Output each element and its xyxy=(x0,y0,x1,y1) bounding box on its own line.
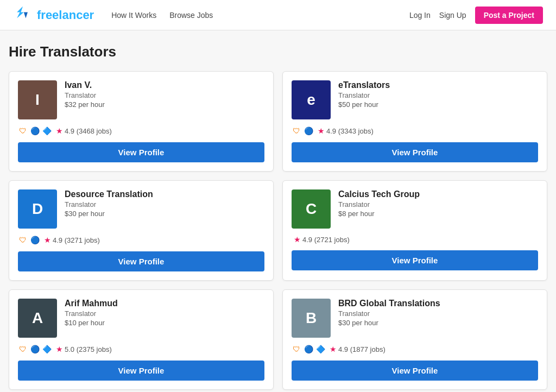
header-right: Log In Sign Up Post a Project xyxy=(409,7,543,24)
card-info: Desource Translation Translator $30 per … xyxy=(65,189,264,218)
nav-browse-jobs[interactable]: Browse Jobs xyxy=(169,11,213,20)
logo-text: freelancer xyxy=(37,8,94,22)
freelancer-grid: I Ivan V. Translator $32 per hour 🛡🔵🔷 ★ … xyxy=(9,71,547,392)
avatar: e xyxy=(292,80,331,119)
avatar: D xyxy=(18,189,57,229)
badge-identity: 🔷 xyxy=(42,126,52,136)
star-icon: ★ xyxy=(44,236,51,244)
badge-verified: 🛡 xyxy=(292,344,301,354)
badge-payment: 🔵 xyxy=(30,344,40,354)
rating-value: 4.9 (3271 jobs) xyxy=(53,236,100,244)
badge-payment: 🔵 xyxy=(304,344,313,354)
post-project-button[interactable]: Post a Project xyxy=(475,7,543,24)
main-content: Hire Translators I Ivan V. Translator $3… xyxy=(0,30,556,392)
freelancer-name: Ivan V. xyxy=(65,80,264,90)
rating: ★ 4.9 (3271 jobs) xyxy=(44,236,100,244)
avatar: A xyxy=(18,299,57,338)
freelancer-role: Translator xyxy=(338,91,538,99)
view-profile-button[interactable]: View Profile xyxy=(292,142,538,162)
badge-payment: 🔵 xyxy=(30,235,40,245)
freelancer-card-calcius-tech-group: C Calcius Tech Group Translator $8 per h… xyxy=(282,180,547,281)
freelancer-role: Translator xyxy=(65,200,264,208)
freelancer-rate: $30 per hour xyxy=(338,319,538,327)
avatar: C xyxy=(292,189,331,229)
avatar: I xyxy=(18,80,57,119)
freelancer-name: Desource Translation xyxy=(65,189,264,199)
freelancer-rate: $50 per hour xyxy=(338,100,538,109)
badge-payment: 🔵 xyxy=(30,126,40,136)
card-badges: ★ 4.9 (2721 jobs) xyxy=(292,235,538,244)
view-profile-button[interactable]: View Profile xyxy=(292,250,538,270)
badge-verified: 🛡 xyxy=(18,344,28,354)
card-top: B BRD Global Translations Translator $30… xyxy=(292,299,538,338)
freelancer-rate: $30 per hour xyxy=(65,210,264,218)
avatar-letter: e xyxy=(307,91,315,109)
card-info: Ivan V. Translator $32 per hour xyxy=(65,80,264,109)
badge-identity: 🔷 xyxy=(315,344,325,354)
nav-how-it-works[interactable]: How It Works xyxy=(111,11,156,20)
star-icon: ★ xyxy=(294,235,301,244)
badge-identity: 🔷 xyxy=(42,344,52,354)
page-title: Hire Translators xyxy=(9,43,547,60)
rating-value: 4.9 (3468 jobs) xyxy=(65,127,112,135)
card-badges: 🛡🔵 ★ 4.9 (3271 jobs) xyxy=(18,235,264,245)
freelancer-card-arif-mahmud: A Arif Mahmud Translator $10 per hour 🛡🔵… xyxy=(9,289,274,390)
freelancer-card-ivan-v: I Ivan V. Translator $32 per hour 🛡🔵🔷 ★ … xyxy=(9,71,274,172)
badge-payment: 🔵 xyxy=(304,126,313,136)
rating-value: 5.0 (2375 jobs) xyxy=(65,345,112,353)
rating-value: 4.9 (2721 jobs) xyxy=(302,236,350,244)
card-info: Calcius Tech Group Translator $8 per hou… xyxy=(338,189,538,218)
avatar-letter: B xyxy=(306,309,317,327)
avatar-letter: I xyxy=(35,91,40,109)
view-profile-button[interactable]: View Profile xyxy=(18,142,264,162)
header: freelancer How It Works Browse Jobs Log … xyxy=(0,0,556,30)
avatar: B xyxy=(292,299,331,338)
logo[interactable]: freelancer xyxy=(13,5,94,25)
freelancer-rate: $8 per hour xyxy=(338,210,538,218)
card-top: A Arif Mahmud Translator $10 per hour xyxy=(18,299,264,338)
rating: ★ 4.9 (2721 jobs) xyxy=(294,235,350,244)
card-badges: 🛡🔵🔷 ★ 4.9 (3468 jobs) xyxy=(18,126,264,136)
freelancer-rate: $10 per hour xyxy=(65,319,264,327)
card-info: Arif Mahmud Translator $10 per hour xyxy=(65,299,264,327)
login-button[interactable]: Log In xyxy=(409,11,431,20)
card-top: I Ivan V. Translator $32 per hour xyxy=(18,80,264,119)
card-info: eTranslators Translator $50 per hour xyxy=(338,80,538,109)
freelancer-card-brd-global-translations: B BRD Global Translations Translator $30… xyxy=(282,289,547,390)
freelancer-role: Translator xyxy=(65,91,264,99)
rating: ★ 4.9 (3468 jobs) xyxy=(56,127,112,135)
card-top: D Desource Translation Translator $30 pe… xyxy=(18,189,264,229)
badge-verified: 🛡 xyxy=(18,126,28,136)
freelancer-name: BRD Global Translations xyxy=(338,299,538,308)
badge-verified: 🛡 xyxy=(18,235,28,245)
card-badges: 🛡🔵🔷 ★ 5.0 (2375 jobs) xyxy=(18,344,264,354)
freelancer-name: Calcius Tech Group xyxy=(338,189,538,199)
card-top: e eTranslators Translator $50 per hour xyxy=(292,80,538,119)
card-top: C Calcius Tech Group Translator $8 per h… xyxy=(292,189,538,229)
freelancer-rate: $32 per hour xyxy=(65,100,264,109)
freelancer-name: eTranslators xyxy=(338,80,538,90)
avatar-letter: A xyxy=(32,309,43,327)
star-icon: ★ xyxy=(56,345,63,353)
logo-icon xyxy=(13,5,33,25)
freelancer-role: Translator xyxy=(338,309,538,318)
freelancer-role: Translator xyxy=(338,200,538,208)
avatar-letter: D xyxy=(32,200,43,218)
view-profile-button[interactable]: View Profile xyxy=(292,361,538,381)
avatar-letter: C xyxy=(306,200,317,218)
badge-verified: 🛡 xyxy=(292,126,301,136)
view-profile-button[interactable]: View Profile xyxy=(18,361,264,381)
svg-marker-0 xyxy=(17,6,24,18)
nav: How It Works Browse Jobs xyxy=(111,11,409,20)
view-profile-button[interactable]: View Profile xyxy=(18,251,264,271)
star-icon: ★ xyxy=(56,127,63,135)
signup-button[interactable]: Sign Up xyxy=(439,11,466,20)
rating-value: 4.9 (1877 jobs) xyxy=(338,345,386,353)
card-info: BRD Global Translations Translator $30 p… xyxy=(338,299,538,327)
card-badges: 🛡🔵🔷 ★ 4.9 (1877 jobs) xyxy=(292,344,538,354)
rating: ★ 4.9 (3343 jobs) xyxy=(318,127,374,135)
rating: ★ 4.9 (1877 jobs) xyxy=(330,345,386,353)
freelancer-card-desource-translation: D Desource Translation Translator $30 pe… xyxy=(9,180,274,281)
star-icon: ★ xyxy=(330,345,337,353)
card-badges: 🛡🔵 ★ 4.9 (3343 jobs) xyxy=(292,126,538,136)
